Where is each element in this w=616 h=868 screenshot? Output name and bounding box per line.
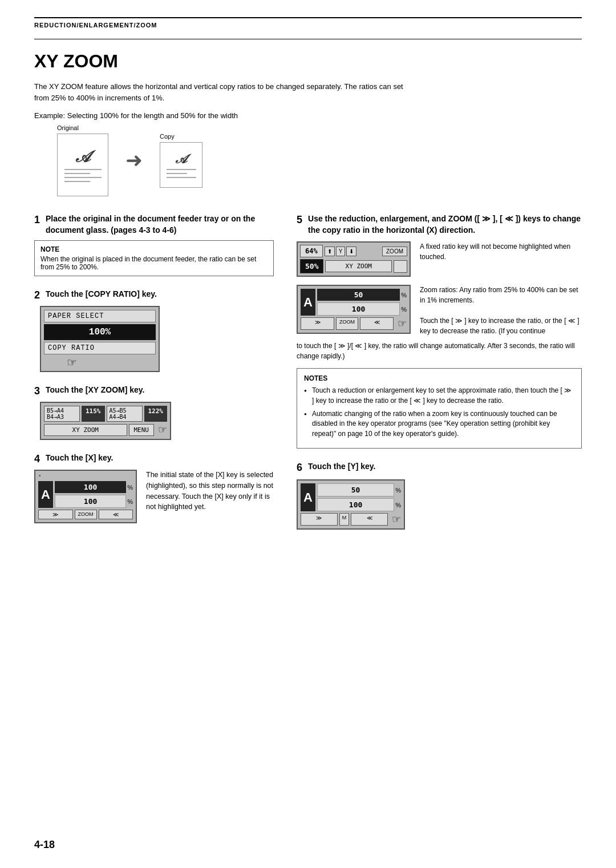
- step5-number: 5: [297, 214, 302, 226]
- doc-line-4: [64, 181, 91, 182]
- step4-x-row: 100 %: [55, 481, 133, 493]
- step4-y-pct: %: [127, 498, 133, 505]
- step5-s1-zoom-lbl: ZOOM: [382, 247, 407, 256]
- copy-line-2: [167, 173, 187, 174]
- step6-zoom-down[interactable]: ≪: [351, 513, 388, 526]
- step5-screen1-wrap: 64% ⬆ Y ⬇ ZOOM: [297, 241, 411, 277]
- step5-s2-y-row: 100 %: [317, 302, 407, 316]
- step1-title: Place the original in the document feede…: [46, 213, 274, 236]
- step5-note2-col: Zoom ratios: Any ratio from 25% to 400% …: [420, 285, 582, 336]
- step2-header: 2 Touch the [COPY RATIO] key.: [34, 289, 274, 301]
- step6-zoom-up[interactable]: ≫: [301, 513, 338, 526]
- step5-title: Use the reduction, enlargement, and ZOOM…: [308, 213, 582, 236]
- step5-s1-empty-btn[interactable]: [394, 260, 407, 273]
- step6-a: A: [301, 483, 315, 511]
- step4-y-row: 100 %: [55, 495, 133, 508]
- screen-ratio-value: 100%: [44, 324, 156, 340]
- step5-screen1-area: 64% ⬆ Y ⬇ ZOOM: [297, 241, 582, 277]
- section-header: REDUCTION/ENLARGEMENT/ZOOM: [34, 22, 582, 29]
- step4-ratio-screen: ˣ A 100 % 100: [34, 470, 137, 523]
- example-label: Example: Selecting 100% for the length a…: [34, 111, 582, 120]
- step6-header: 6 Touch the [Y] key.: [297, 461, 582, 474]
- step1-note-title: NOTE: [40, 245, 268, 253]
- step1-note-text: When the original is placed in the docum…: [40, 255, 268, 271]
- original-a: 𝒜: [76, 148, 90, 167]
- xy-zoom-screen: B5→A4 B4→A3 115% A5→B5 A4→B4 122%: [40, 402, 171, 440]
- step2-content: PAPER SELECT 100% COPY RATIO ☞: [34, 306, 274, 372]
- screen-top-bar: PAPER SELECT: [44, 310, 156, 322]
- step5-s1-xy-zoom[interactable]: XY ZOOM: [325, 260, 392, 272]
- step6-y-pct: %: [395, 502, 401, 508]
- step6-finger-icon: ☞: [392, 513, 401, 526]
- step6-x-pct: %: [395, 487, 401, 494]
- step4-description: The initial state of the [X] key is sele…: [146, 470, 274, 512]
- original-doc: 𝒜: [57, 134, 108, 196]
- step3-content: B5→A4 B4→A3 115% A5→B5 A4→B4 122%: [34, 402, 274, 440]
- step-1: 1 Place the original in the document fee…: [34, 213, 274, 276]
- step4-title: Touch the [X] key.: [46, 453, 114, 464]
- step5-s2-zoom-down[interactable]: ≪: [360, 317, 394, 330]
- copy-lines: [167, 169, 196, 178]
- step5-s1-50[interactable]: 50%: [300, 259, 323, 273]
- step-5: 5 Use the reduction, enlargement, and ZO…: [297, 213, 582, 449]
- step3-btn-a5b5[interactable]: A5→B5 A4→B4: [107, 406, 143, 422]
- intro-line2: from 25% to 400% in increments of 1%.: [34, 94, 164, 102]
- step5-screen2: A 50 % 100 %: [297, 285, 411, 334]
- step5-s1-bottom-row: 50% XY ZOOM: [300, 259, 407, 273]
- step-2: 2 Touch the [COPY RATIO] key. PAPER SELE…: [34, 289, 274, 372]
- original-lines: [64, 169, 102, 182]
- notes-list: Touch a reduction or enlargement key to …: [304, 386, 574, 439]
- step5-note2: Zoom ratios: Any ratio from 25% to 400% …: [420, 285, 582, 305]
- step3-xy-zoom-btn[interactable]: XY ZOOM: [44, 424, 127, 436]
- step5-s1-arrow-btns: ⬆ Y ⬇: [325, 247, 380, 256]
- step3-menu-btn[interactable]: MENU: [129, 424, 155, 436]
- page: REDUCTION/ENLARGEMENT/ZOOM XY ZOOM The X…: [0, 0, 616, 868]
- step5-s2-y-val: 100: [317, 302, 400, 316]
- notes-title: NOTES: [304, 374, 574, 382]
- screen-paper-select: PAPER SELECT: [44, 310, 155, 322]
- copy-line-1: [167, 169, 196, 170]
- top-rule: REDUCTION/ENLARGEMENT/ZOOM: [34, 17, 582, 29]
- step3-bottom-row: XY ZOOM MENU ☞: [44, 423, 167, 436]
- step4-x-val: 100: [55, 481, 126, 493]
- step4-bottom-btns: ≫ ZOOM ≪: [38, 510, 133, 519]
- step3-title: Touch the [XY ZOOM] key.: [46, 385, 144, 396]
- step3-header: 3 Touch the [XY ZOOM] key.: [34, 385, 274, 397]
- step6-bottom-btns: ≫ M ≪ ☞: [301, 513, 401, 526]
- step4-zoom-btn-up[interactable]: ≫: [38, 510, 73, 519]
- step5-s2-x-row: 50 %: [317, 289, 407, 301]
- step6-y-val: 100: [317, 498, 394, 511]
- step4-zoom-label: ZOOM: [75, 510, 97, 519]
- step5-s1-top-row: 64% ⬆ Y ⬇ ZOOM: [300, 245, 407, 257]
- step4-a-btn[interactable]: A: [38, 481, 53, 508]
- step3-btn-b5a4[interactable]: B5→A4 B4→A3: [44, 406, 80, 422]
- step1-number: 1: [34, 214, 40, 226]
- copy-label: Copy: [160, 133, 202, 140]
- page-title: XY ZOOM: [34, 51, 582, 72]
- step2-finger-icon: ☞: [67, 356, 156, 371]
- step4-number: 4: [34, 453, 40, 465]
- step6-title: Touch the [Y] key.: [308, 461, 376, 473]
- step-6: 6 Touch the [Y] key. A 50 %: [297, 461, 582, 530]
- step6-x-row: 50 %: [317, 483, 401, 496]
- step5-s2-bottom-btns: ≫ ZOOM ≪ ☞: [301, 317, 407, 330]
- step5-s2-zoom-up[interactable]: ≫: [301, 317, 334, 330]
- step5-header: 5 Use the reduction, enlargement, and ZO…: [297, 213, 582, 236]
- step4-main-area: A 100 % 100 %: [38, 481, 133, 508]
- step6-number: 6: [297, 462, 302, 474]
- step5-note1: A fixed ratio key will not become highli…: [420, 241, 582, 262]
- step6-xy-vals: 50 % 100 %: [317, 483, 401, 511]
- step6-main: A 50 % 100 %: [301, 483, 401, 511]
- step4-top-area: ˣ: [38, 474, 133, 479]
- step5-zoom-down[interactable]: ⬇: [346, 247, 356, 256]
- step4-xy-vals: 100 % 100 %: [55, 481, 133, 508]
- step5-content: 64% ⬆ Y ⬇ ZOOM: [297, 241, 582, 361]
- intro-line1: The XY ZOOM feature allows the horizonta…: [34, 82, 403, 91]
- step3-top-row: B5→A4 B4→A3 115% A5→B5 A4→B4 122%: [44, 406, 167, 422]
- step5-zoom-up[interactable]: ⬆: [325, 247, 335, 256]
- step6-content: A 50 % 100 %: [297, 479, 582, 530]
- step6-screen: A 50 % 100 %: [297, 479, 405, 530]
- step4-zoom-btn-down[interactable]: ≪: [99, 510, 133, 519]
- original-label: Original: [57, 124, 108, 131]
- step5-s1-64[interactable]: 64%: [300, 245, 323, 257]
